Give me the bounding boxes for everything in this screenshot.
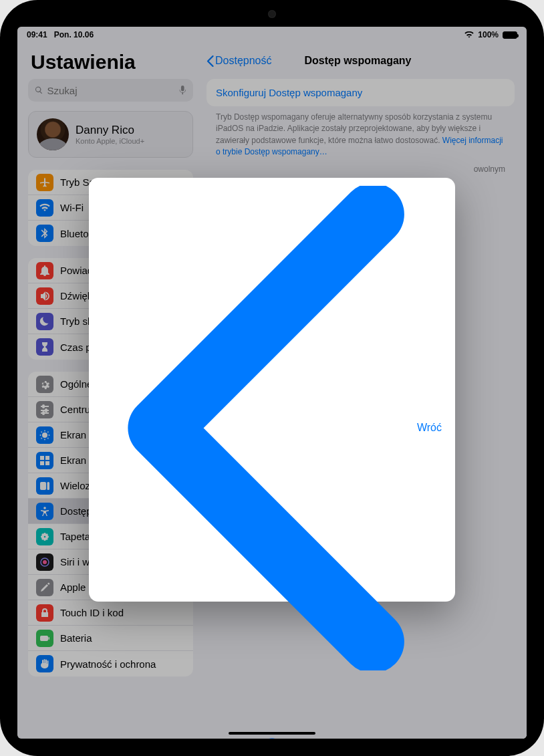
lock-icon	[258, 737, 286, 739]
modal-back-button[interactable]: Wróć	[102, 186, 442, 670]
front-camera	[268, 10, 276, 18]
home-indicator[interactable]	[229, 732, 315, 735]
chevron-left-icon	[102, 186, 416, 670]
modal-back-label: Wróć	[417, 422, 442, 434]
passcode-modal: Wróć Ustaw kod trybu Dostęp wspomagany T…	[89, 178, 455, 602]
